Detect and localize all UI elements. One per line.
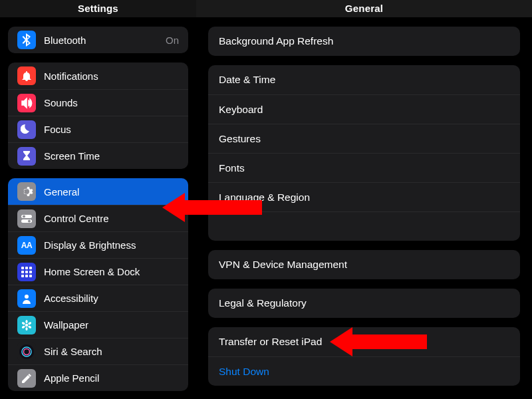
svg-rect-11 [25,275,28,277]
row-fonts[interactable]: Fonts [208,153,520,182]
hourglass-icon [17,147,36,166]
row-keyboard-label: Keyboard [219,104,509,116]
sidebar-item-siri-label: Siri & Search [44,346,179,357]
row-legal[interactable]: Legal & Regulatory [208,289,520,318]
svg-point-18 [25,327,27,330]
main-group-2: VPN & Device Management [208,250,520,279]
settings-app: Settings BluetoothOnNotificationsSoundsF… [0,0,532,399]
sidebar-item-general-label: General [44,186,179,198]
sidebar-group-2: GeneralControl CentreAADisplay & Brightn… [8,178,188,391]
sidebar-item-notifications[interactable]: Notifications [8,63,188,89]
bell-icon [17,66,36,85]
bluetooth-icon [17,31,36,49]
svg-point-19 [21,325,25,329]
row-background-app-refresh[interactable]: Background App Refresh [208,27,520,56]
row-obscured[interactable] [208,211,520,241]
AA-icon: AA [17,236,36,255]
svg-point-16 [28,321,32,325]
svg-rect-10 [21,275,24,277]
sidebar-item-focus[interactable]: Focus [8,116,188,142]
svg-point-17 [28,325,32,329]
siri-icon [17,342,36,361]
sidebar-item-homescreen-label: Home Screen & Dock [44,266,179,277]
row-transfer-reset-label: Transfer or Reset iPad [219,336,509,348]
sidebar-item-accessibility[interactable]: Accessibility [8,285,188,311]
main-group-4: Transfer or Reset iPadShut Down [208,327,520,386]
main-group-3: Legal & Regulatory [208,289,520,318]
row-shut-down[interactable]: Shut Down [208,356,520,386]
main-group-1: Date & TimeKeyboardGesturesFontsLanguage… [208,65,520,241]
sidebar-item-controlcentre[interactable]: Control Centre [8,205,188,231]
row-vpn-device[interactable]: VPN & Device Management [208,250,520,279]
svg-point-20 [21,321,25,325]
row-transfer-reset[interactable]: Transfer or Reset iPad [208,327,520,356]
person-icon [17,289,36,308]
svg-rect-6 [29,267,32,269]
svg-rect-9 [29,271,32,273]
sidebar-item-display-label: Display & Brightness [44,239,179,251]
flower-icon [17,316,36,334]
main-title: General [196,0,532,17]
speaker-icon [17,94,36,112]
sidebar-group-1: NotificationsSoundsFocusScreen Time [8,63,188,169]
pencil-icon [17,369,36,388]
sidebar-item-bluetooth[interactable]: BluetoothOn [8,27,188,53]
sidebar-item-applepencil[interactable]: Apple Pencil [8,364,188,391]
sidebar-content: BluetoothOnNotificationsSoundsFocusScree… [0,17,196,399]
sidebar-item-wallpaper-label: Wallpaper [44,319,179,331]
row-language-region[interactable]: Language & Region [208,182,520,211]
grid-icon [17,263,36,281]
sidebar-title: Settings [0,0,196,17]
svg-point-15 [25,319,27,323]
sidebar-item-controlcentre-label: Control Centre [44,213,179,224]
sidebar-item-sounds[interactable]: Sounds [8,89,188,116]
sidebar: Settings BluetoothOnNotificationsSoundsF… [0,0,196,399]
sidebar-item-focus-label: Focus [44,124,179,135]
svg-rect-8 [25,271,28,273]
sidebar-item-screentime-label: Screen Time [44,150,179,162]
row-gestures[interactable]: Gestures [208,124,520,153]
row-keyboard[interactable]: Keyboard [208,94,520,124]
sidebar-item-accessibility-label: Accessibility [44,293,179,304]
sidebar-item-screentime[interactable]: Screen Time [8,142,188,169]
row-background-app-refresh-label: Background App Refresh [219,35,509,47]
main-group-0: Background App Refresh [208,27,520,56]
row-shut-down-label: Shut Down [219,366,509,378]
sidebar-item-display[interactable]: AADisplay & Brightness [8,231,188,258]
svg-rect-5 [25,267,28,269]
svg-point-14 [25,323,28,326]
svg-rect-4 [21,267,24,269]
row-language-region-label: Language & Region [219,192,509,203]
svg-point-13 [25,295,29,299]
row-legal-label: Legal & Regulatory [219,297,509,309]
row-gestures-label: Gestures [219,133,509,145]
row-date-time[interactable]: Date & Time [208,65,520,94]
row-vpn-device-label: VPN & Device Management [219,259,509,271]
sidebar-item-bluetooth-value: On [166,35,179,46]
svg-point-3 [28,219,31,222]
main-panel: General Background App RefreshDate & Tim… [196,0,532,399]
sidebar-item-homescreen[interactable]: Home Screen & Dock [8,258,188,285]
sidebar-item-siri[interactable]: Siri & Search [8,338,188,364]
moon-icon [17,120,36,139]
sidebar-item-sounds-label: Sounds [44,97,179,108]
main-content: Background App RefreshDate & TimeKeyboar… [196,17,532,399]
sidebar-item-wallpaper[interactable]: Wallpaper [8,311,188,338]
sidebar-item-bluetooth-label: Bluetooth [44,35,166,46]
svg-rect-7 [21,271,24,273]
svg-rect-12 [29,275,32,277]
gear-icon [17,182,36,201]
svg-point-1 [23,215,25,217]
sidebar-item-notifications-label: Notifications [44,70,179,82]
row-date-time-label: Date & Time [219,74,509,86]
switches-icon [17,209,36,228]
sidebar-item-general[interactable]: General [8,178,188,205]
row-fonts-label: Fonts [219,162,509,174]
sidebar-group-0: BluetoothOn [8,27,188,53]
sidebar-item-applepencil-label: Apple Pencil [44,372,179,384]
